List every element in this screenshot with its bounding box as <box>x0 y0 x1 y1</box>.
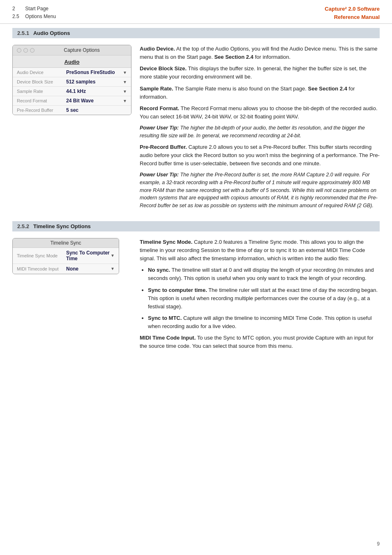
window-dot-1 <box>17 48 21 53</box>
dialog-row-label: Device Block Size <box>17 79 66 84</box>
dialog-row-label: Pre-Record Buffer <box>17 108 66 113</box>
timeline-bullet-list: No sync. The timeline will start at 0 an… <box>148 266 380 331</box>
header-nav-row1: 2 Start Page <box>12 5 56 13</box>
section-252-title: Timeline Sync Options <box>33 223 91 229</box>
section-252-bar: 2.5.2 Timeline Sync Options <box>12 221 380 231</box>
dialog-row-label: Record Format <box>17 98 66 103</box>
header-left: 2 Start Page 2.5 Options Menu <box>12 5 56 21</box>
audio-device-label: Audio Device. <box>140 46 175 52</box>
dropdown-arrow-icon[interactable]: ▼ <box>123 80 127 84</box>
section-title-25: Options Menu <box>25 14 56 19</box>
device-block-size-label: Device Block Size. <box>140 65 187 72</box>
timeline-dialog-title: Timeline Sync <box>17 240 115 246</box>
para-device-block-size: Device Block Size. This displays the buf… <box>140 65 380 81</box>
dialog-row-label: MIDI Timecode Input <box>17 266 66 271</box>
dialog-row: Device Block Size 512 samples ▼ <box>13 77 131 87</box>
section-251-text: Audio Device. At the top of the Audio Op… <box>140 45 380 213</box>
para-audio-device: Audio Device. At the top of the Audio Op… <box>140 45 380 61</box>
dialog-row-value: None <box>66 266 111 272</box>
para-sample-rate: Sample Rate. The Sample Rate menu is als… <box>140 85 380 101</box>
dialog-row-label: Audio Device <box>17 70 66 75</box>
midi-timecode-label: MIDI Time Code Input. <box>140 335 196 341</box>
pre-record-label: Pre-Record Buffer. <box>140 144 187 150</box>
sample-rate-label: Sample Rate. <box>140 86 173 92</box>
window-dot-2 <box>23 48 28 53</box>
dialog-row: Record Format 24 Bit Wave ▼ <box>13 96 131 106</box>
section-num-25: 2.5 <box>12 13 24 21</box>
window-dot-3 <box>30 48 35 53</box>
sync-computer-label: Sync to computer time. <box>148 287 207 293</box>
power-tip-1-label: Power User Tip: <box>140 125 179 131</box>
bullet-sync-computer: Sync to computer time. The timeline rule… <box>148 286 380 311</box>
section-title-2: Start Page <box>25 6 48 12</box>
timeline-dialog-body: Timeline Sync Mode Sync To Computer Time… <box>13 248 119 274</box>
dialog-row-value: 512 samples <box>66 79 123 85</box>
sync-mtc-label: Sync to MTC. <box>148 315 182 321</box>
dialog-tab-audio[interactable]: Audio <box>65 59 80 65</box>
dialog-row: Timeline Sync Mode Sync To Computer Time… <box>13 248 119 264</box>
dialog-row: Pre-Record Buffer 5 sec <box>13 106 131 115</box>
dialog-row-value: 5 sec <box>66 107 127 113</box>
section-num-2: 2 <box>12 5 24 13</box>
dialog-row-value: 44.1 kHz <box>66 88 123 94</box>
dialog-row-label: Timeline Sync Mode <box>17 253 66 258</box>
dropdown-arrow-icon[interactable]: ▼ <box>123 89 127 94</box>
dialog-row: Sample Rate 44.1 kHz ▼ <box>13 87 131 96</box>
audio-options-dialog: Capture Options Audio Audio Device PreSo… <box>12 45 131 115</box>
dialog-row: Audio Device PreSonus FireStudio ▼ <box>13 68 131 77</box>
section-252-num: 2.5.2 <box>17 223 29 229</box>
section-251-content: Capture Options Audio Audio Device PreSo… <box>12 45 380 213</box>
timeline-sync-label: Timeline Sync Mode. <box>140 239 192 245</box>
see-section-24-2: See Section 2.4 <box>308 86 347 92</box>
dialog-tabs: Audio <box>13 56 131 68</box>
timeline-dialog-col: Timeline Sync Timeline Sync Mode Sync To… <box>12 238 131 354</box>
para-midi-timecode: MIDI Time Code Input. To use the Sync to… <box>140 334 380 350</box>
bullet-sync-mtc: Sync to MTC. Capture will align the time… <box>148 314 380 331</box>
dialog-title: Capture Options <box>37 47 127 53</box>
section-251-bar: 2.5.1 Audio Options <box>12 28 380 38</box>
para-power-tip-2: Power User Tip: The higher the Pre-Recor… <box>140 171 380 210</box>
header-right: Capture² 2.0 Software Reference Manual <box>325 5 380 21</box>
record-format-label: Record Format. <box>140 105 179 111</box>
dialog-titlebar: Capture Options <box>13 45 131 56</box>
dialog-row-value: 24 Bit Wave <box>66 98 123 104</box>
para-power-tip-1: Power User Tip: The higher the bit-depth… <box>140 124 380 140</box>
section-251-title: Audio Options <box>33 30 70 36</box>
dropdown-arrow-icon[interactable]: ▼ <box>123 70 127 75</box>
para-timeline-sync: Timeline Sync Mode. Capture 2.0 features… <box>140 238 380 263</box>
dropdown-arrow-icon[interactable]: ▼ <box>123 99 127 103</box>
main-content: 2.5.1 Audio Options Capture Options Audi… <box>0 24 392 374</box>
dropdown-arrow-icon[interactable]: ▼ <box>111 266 115 271</box>
dialog-row-value: PreSonus FireStudio <box>66 69 123 75</box>
page-number: 9 <box>377 541 380 547</box>
dialog-row-label: Sample Rate <box>17 89 66 94</box>
timeline-dialog-titlebar: Timeline Sync <box>13 238 119 248</box>
timeline-sync-dialog: Timeline Sync Timeline Sync Mode Sync To… <box>12 238 119 274</box>
section-252-text: Timeline Sync Mode. Capture 2.0 features… <box>140 238 380 354</box>
page-header: 2 Start Page 2.5 Options Menu Capture² 2… <box>0 0 392 24</box>
dropdown-arrow-icon[interactable]: ▼ <box>111 253 115 258</box>
para-record-format: Record Format. The Record Format menu al… <box>140 104 380 121</box>
no-sync-label: No sync. <box>148 267 170 273</box>
para-pre-record: Pre-Record Buffer. Capture 2.0 allows yo… <box>140 143 380 168</box>
app-title-line2: Reference Manual <box>325 13 380 21</box>
dialog-row: MIDI Timecode Input None ▼ <box>13 264 119 274</box>
dialog-row-value: Sync To Computer Time <box>66 250 111 261</box>
dialog-body: Audio Device PreSonus FireStudio ▼ Devic… <box>13 68 131 115</box>
see-section-24-1: See Section 2.4 <box>214 54 253 60</box>
audio-options-dialog-col: Capture Options Audio Audio Device PreSo… <box>12 45 131 213</box>
section-252-content: Timeline Sync Timeline Sync Mode Sync To… <box>12 238 380 354</box>
power-tip-2-label: Power User Tip: <box>140 172 179 178</box>
section-251-num: 2.5.1 <box>17 30 29 36</box>
header-nav-row2: 2.5 Options Menu <box>12 13 56 21</box>
app-title-line1: Capture² 2.0 Software <box>325 5 380 13</box>
bullet-no-sync: No sync. The timeline will start at 0 an… <box>148 266 380 282</box>
